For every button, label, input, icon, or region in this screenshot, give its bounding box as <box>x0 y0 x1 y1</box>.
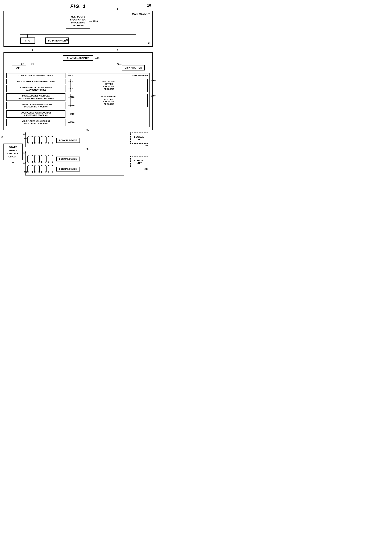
logical-device-mgmt-table-box: LOGICAL DEVICE MANAGEMENT TABLE <box>6 79 65 84</box>
figure-ref-10: 10 <box>147 4 151 7</box>
ref-24: 24— <box>117 63 121 65</box>
host-io-label: I/O INTERFACE <box>48 39 66 42</box>
vol-output-label: MULTIPLEXED VOLUME OUTPUTPROCESSING PROG… <box>21 112 51 116</box>
power-supply-prog-label: POWER SUPPLYCONTROLPROCESSINGPROGRAM <box>101 96 117 105</box>
logical-unit-a-box: LOGICALUNIT <box>130 133 148 144</box>
host-io-box: I/O INTERFACE <box>45 37 69 44</box>
logical-device-a-box: LOGICAL DEVICE <box>56 138 80 143</box>
cylinder-a2 <box>34 136 40 144</box>
ref-25a: 25a <box>86 129 89 132</box>
svg-point-39 <box>48 161 53 163</box>
ref-29: 29 <box>4 161 23 164</box>
ref-2500-val: 2500 <box>151 95 156 97</box>
cylinder-b1 <box>27 155 33 163</box>
svg-point-44 <box>28 171 33 173</box>
power-supply-prog-box: POWER SUPPLYCONTROLPROCESSINGPROGRAM <box>70 94 148 107</box>
multiplicity-setting-label: MULTIPLICITYSETTINGPROCESSINGPROGRAM <box>103 80 116 90</box>
ref-2100-val: 2100 <box>151 79 156 82</box>
svg-point-14 <box>41 142 46 144</box>
vol-input-label: MULTIPLEXED VOLUME INPUTPROCESSING PROGR… <box>22 120 50 125</box>
ref-13: —13 <box>66 36 69 41</box>
svg-point-24 <box>28 161 33 163</box>
power-supply-group-label: POWER SUPPLY CONTROL GROUPMANAGEMENT TAB… <box>20 86 52 91</box>
ref-21-label: 21 <box>31 63 34 65</box>
channel-adapter-box: CHANNEL ADAPTER —23 <box>63 55 93 61</box>
ref-28b: 28b <box>130 168 148 170</box>
disk-adapter-label: DISK ADAPTER <box>125 66 142 69</box>
storage-section: CHANNEL ADAPTER —23 CPU 22 21 DISK ADAPT… <box>4 52 153 130</box>
ref-3: 3 <box>117 49 118 51</box>
disk-adapter-box: DISK ADAPTER <box>122 65 145 70</box>
multiplex-alloc-box: LOGICAL DEVICE MULTIPLEXALLOCATION PROCE… <box>6 93 65 101</box>
svg-point-29 <box>34 161 40 163</box>
multiplex-alloc-label: LOGICAL DEVICE MULTIPLEXALLOCATION PROCE… <box>18 95 54 99</box>
ref-27a: 27a <box>23 133 26 135</box>
vol-output-box: MULTIPLEXED VOLUME OUTPUTPROCESSING PROG… <box>6 110 65 118</box>
multiplicity-spec-label: MULTIPLICITYSPECIFICATIONPROCESSINGPROGR… <box>70 16 86 27</box>
svg-point-59 <box>48 171 53 173</box>
cylinder-b4 <box>47 155 54 163</box>
de-alloc-label: LOGICAL DEVICE DE-ALLOCATIONPROCESSING P… <box>20 103 52 108</box>
de-alloc-box: LOGICAL DEVICE DE-ALLOCATIONPROCESSING P… <box>6 102 65 109</box>
vol-input-box: MULTIPLEXED VOLUME INPUTPROCESSING PROGR… <box>6 119 65 126</box>
ref-1: 1 <box>117 8 118 10</box>
ref-25b: 25b <box>85 148 89 150</box>
host-cpu-label: CPU <box>25 39 30 42</box>
storage-cpu-label: CPU <box>16 67 22 70</box>
logical-unit-b-box: LOGICALUNIT <box>130 156 148 167</box>
cylinder-a4 <box>47 136 54 144</box>
power-supply-group-table-box: POWER SUPPLY CONTROL GROUPMANAGEMENT TAB… <box>6 85 65 93</box>
logical-unit-mgmt-table-box: LOGICAL UNIT MANAGEMENT TABLE <box>6 73 65 78</box>
cylinder-c1 <box>27 165 33 173</box>
logical-device-b-box: LOGICAL DEVICE <box>56 157 80 161</box>
storage-cpu-box: CPU <box>12 65 26 71</box>
figure-title: FIG. 1 <box>4 4 153 9</box>
ref-27b: 27b <box>23 152 27 154</box>
svg-point-9 <box>34 142 40 144</box>
logical-unit-a-label: LOGICALUNIT <box>134 135 145 141</box>
power-supply-circuit-label: POWERSUPPLYCONTROLCIRCUIT <box>7 146 19 158</box>
ref-27c: 27c <box>23 162 26 164</box>
logical-device-b-label: LOGICAL DEVICE <box>59 158 77 160</box>
ref-2: 2 <box>32 49 33 51</box>
cylinder-a3 <box>41 136 47 144</box>
ref-1110-label: —1110 <box>89 20 96 23</box>
logical-device-c-box: LOGICAL DEVICE <box>56 167 80 172</box>
cylinder-c4 <box>47 165 54 173</box>
cylinder-b3 <box>41 155 47 163</box>
svg-point-4 <box>28 142 33 144</box>
cylinder-c2 <box>34 165 40 173</box>
svg-point-19 <box>48 142 53 144</box>
logical-device-a-label: LOGICAL DEVICE <box>59 139 77 142</box>
multiplicity-setting-box: MULTIPLICITYSETTINGPROCESSINGPROGRAM <box>70 79 148 92</box>
logical-unit-b-label: LOGICALUNIT <box>134 159 145 164</box>
ref-22: 22 <box>21 63 24 65</box>
ref-28a: 28a <box>130 144 148 147</box>
ref-20: 20 <box>1 135 3 138</box>
ref-26a: 26a <box>24 137 27 140</box>
logical-device-mgmt-label: LOGICAL DEVICE MANAGEMENT TABLE <box>17 80 55 82</box>
cylinder-c3 <box>41 165 47 173</box>
svg-point-54 <box>41 171 46 173</box>
ref-12: —12 <box>30 36 35 39</box>
cylinder-b2 <box>34 155 40 163</box>
svg-point-34 <box>41 161 46 163</box>
storage-main-memory-label: MAIN MEMORY <box>132 74 148 77</box>
svg-point-49 <box>34 171 40 173</box>
logical-device-c-label: LOGICAL DEVICE <box>59 168 77 170</box>
cylinder-a1 <box>27 136 33 144</box>
multiplicity-spec-program-box: MULTIPLICITYSPECIFICATIONPROCESSINGPROGR… <box>66 14 90 29</box>
channel-adapter-label: CHANNEL ADAPTER <box>67 57 89 59</box>
power-supply-circuit-box: POWERSUPPLYCONTROLCIRCUIT <box>4 144 23 160</box>
host-computer-section: MAIN MEMORY MULTIPLICITYSPECIFICATIONPRO… <box>4 11 153 47</box>
logical-unit-mgmt-label: LOGICAL UNIT MANAGEMENT TABLE <box>19 75 53 77</box>
ref-23: —23 <box>95 57 99 59</box>
ref-11: 11 <box>148 42 150 45</box>
